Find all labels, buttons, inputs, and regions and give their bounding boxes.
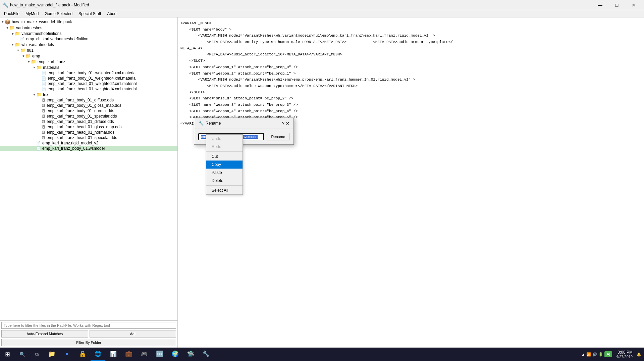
tree-hu1[interactable]: ▼ 📁 hu1 [0,47,177,53]
tree-item-label: emp_karl_franz_body_01_specular.dds [47,114,117,119]
maximize-button[interactable]: □ [609,0,625,10]
xml-line: <SLOT name="weapon_2" attach_point="be_p… [180,72,296,76]
tree-item-label: emp_karl_franz_body_01_normal.dds [47,108,114,113]
rename-confirm-button[interactable]: Rename [267,133,289,140]
menu-special-stuff[interactable]: Special Stuff [76,11,104,17]
list-item[interactable]: 🖼 emp_karl_franz_body_01_diffuse.dds [0,97,177,103]
aal-button[interactable]: AaI [90,330,176,337]
taskbar-app-steam[interactable]: 🎮 [137,348,152,361]
list-item[interactable]: 📄 emp_karl_franz_body_01_weighted2.xml.m… [0,70,177,76]
menu-game-selected[interactable]: Game Selected [42,11,75,17]
list-item[interactable]: 📄 emp_karl_franz_head_01_weighted4.xml.m… [0,86,177,92]
ctx-divider-2 [206,185,243,186]
filter-input[interactable] [1,322,176,329]
ctx-paste[interactable]: Paste [206,169,243,177]
taskbar: ⊞ 🔍 ⧉ 📁 ● 🔒 🌐 📊 💼 🎮 🔤 🌍 🛸 🔧 ▲ 📶 🔊 🔋 Ai 3… [0,348,644,361]
ctx-divider-1 [206,151,243,152]
spacer [38,82,42,85]
filter-area: Auto-Expand Matches AaI Filter By Folder [0,320,177,348]
tree-wh-variantmodels[interactable]: ▼ 📁 wh_variantmodels [0,42,177,47]
taskbar-app-browser[interactable]: ● [60,348,74,361]
taskbar-app-lock[interactable]: 🔒 [75,348,90,361]
ctx-copy[interactable]: Copy [206,161,243,169]
dds-icon: 🖼 [42,120,45,124]
xml-line: <VARIANT_MESH> [180,21,211,25]
xml-line: <META_DATA>audio_melee_weapon_type:hamme… [180,84,358,88]
tree-rigid-model[interactable]: 📄 emp_karl_franz.rigid_model_v2 [0,140,177,146]
xml-line: <VARIANT_MESH model="VariantMeshes\wh_va… [180,34,435,38]
list-item[interactable]: 🖼 emp_karl_franz_head_01_specular.dds [0,135,177,140]
tree-emp-ch-karl[interactable]: 📄 emp_ch_karl.variantmeshdefinition [0,36,177,42]
tree-item-label: emp_karl_franz_body_01_weighted2.xml.mat… [48,71,137,75]
ctx-delete[interactable]: Delete [206,177,243,185]
tree-variantmeshes[interactable]: ▼ 📁 variantmeshes [0,25,177,31]
spacer [38,136,42,139]
taskbar-app-misc2[interactable]: 🔧 [199,348,213,361]
list-item[interactable]: 🖼 emp_karl_franz_body_01_gloss_map.dds [0,103,177,108]
clock-date: 4/27/2019 [616,355,633,359]
taskbar-apps: 📁 ● 🔒 🌐 📊 💼 🎮 🔤 🌍 🛸 🔧 [44,348,579,361]
rigid-icon: 📄 [36,141,41,145]
tray-arrow[interactable]: ▲ [582,352,585,356]
tree-tex[interactable]: ▼ 📁 tex [0,92,177,97]
list-item[interactable]: 📄 emp_karl_franz_body_01_weighted4.xml.m… [0,76,177,81]
file-icon: 📄 [42,71,46,75]
close-button[interactable]: ✕ [626,0,641,10]
taskbar-app-text[interactable]: 🔤 [152,348,167,361]
list-item[interactable]: 🖼 emp_karl_franz_head_01_gloss_map.dds [0,124,177,130]
taskbar-app-world[interactable]: 🌍 [168,348,182,361]
filter-buttons: Auto-Expand Matches AaI [1,330,176,337]
ctx-undo[interactable]: Undo [206,135,243,143]
xml-line: <META_DATA>audio_actor_id:actor_16</META… [180,52,342,56]
list-item[interactable]: 🖼 emp_karl_franz_head_01_normal.dds [0,130,177,135]
spacer [38,131,42,134]
tree-materials[interactable]: ▼ 📁 materials [0,64,177,70]
spacer [38,109,42,112]
filter-folder-button[interactable]: Filter By Folder [1,339,176,346]
xml-line: <SLOT name="body" > [180,28,231,32]
spacer [32,141,36,145]
rename-dialog-controls: ? ✕ [282,121,289,126]
list-item[interactable]: 🖼 emp_karl_franz_body_01_normal.dds [0,108,177,114]
list-item[interactable]: 🖼 emp_karl_franz_head_01_diffuse.dds [0,119,177,124]
dds-icon: 🖼 [42,125,45,129]
menu-about[interactable]: About [104,11,120,17]
ctx-select-all[interactable]: Select All [206,186,243,194]
minimize-button[interactable]: — [592,0,608,10]
spacer [38,115,42,118]
ctx-cut[interactable]: Cut [206,152,243,161]
tree-emp-label: emp [32,54,40,58]
tree-emp-karl-franz[interactable]: ▼ 📁 emp_karl_franz [0,59,177,64]
menu-packfile[interactable]: PackFile [1,11,22,17]
ctx-redo[interactable]: Redo [206,143,243,151]
taskbar-app-current[interactable]: 🌐 [91,348,105,361]
taskbar-app-excel[interactable]: 📊 [106,348,121,361]
list-item[interactable]: 📄 emp_karl_franz_head_01_weighted2.xml.m… [0,81,177,86]
list-item[interactable]: 🖼 emp_karl_franz_body_01_specular.dds [0,114,177,119]
notifications-icon[interactable]: 🔔 [637,352,641,357]
tree-item-label: emp_karl_franz.rigid_model_v2 [42,141,98,145]
tree-variantmeshdefs[interactable]: ▶ 📁 variantmeshdefinitions [0,31,177,36]
tree-wsmodel-selected[interactable]: 📄 emp_karl_franz_body_01.wsmodel [0,146,177,151]
xml-line: <META_DATA>audio_entity_type:wh_human_ma… [180,40,453,50]
clock[interactable]: 3:08 PM 4/27/2019 [613,350,635,359]
folder-icon: 📁 [9,25,15,30]
taskbar-app-explorer[interactable]: 📁 [44,348,59,361]
window-title: how_to_make_wsmodel_file.pack - Modified [10,3,89,7]
menu-mymod[interactable]: MyMod [23,11,41,17]
wsmodel-icon: 📄 [36,146,41,151]
main-area: ▼ 📦 how_to_make_wsmodel_file.pack ▼ 📁 va… [0,17,644,348]
rename-help-button[interactable]: ? [282,121,284,126]
task-view-button[interactable]: ⧉ [30,348,44,361]
auto-expand-button[interactable]: Auto-Expand Matches [1,330,88,337]
start-button[interactable]: ⊞ [0,348,15,361]
taskbar-app-work[interactable]: 💼 [121,348,136,361]
tree-emp[interactable]: ▼ 📁 emp [0,53,177,59]
spacer [38,98,42,102]
rename-close-button[interactable]: ✕ [286,121,289,126]
taskbar-app-misc[interactable]: 🛸 [183,348,198,361]
tree-root[interactable]: ▼ 📦 how_to_make_wsmodel_file.pack [0,19,177,25]
search-button[interactable]: 🔍 [15,348,30,361]
file-icon: 📄 [42,87,46,91]
battery-icon: 🔋 [598,352,603,357]
